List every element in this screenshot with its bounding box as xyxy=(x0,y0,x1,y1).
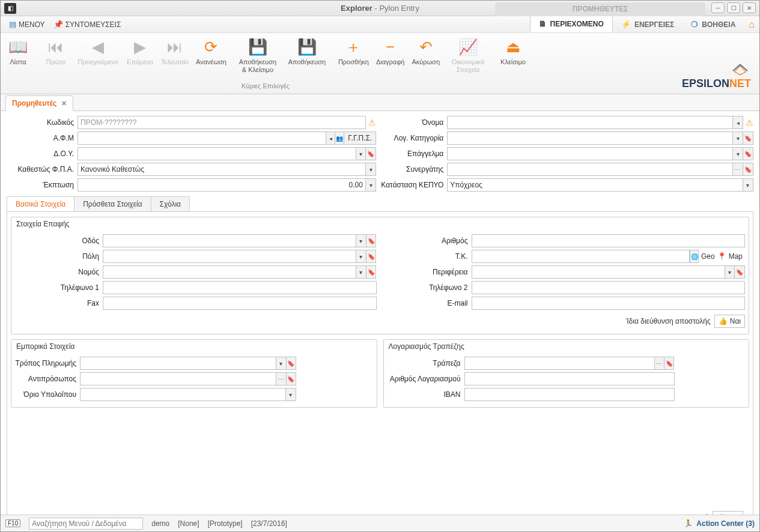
same-address-toggle[interactable]: 👍Ναι xyxy=(714,315,745,328)
limit-input[interactable] xyxy=(80,388,286,401)
brand-logo: EPSILONNET xyxy=(682,33,759,94)
tag-icon[interactable]: 🔖 xyxy=(287,372,296,385)
code-input[interactable] xyxy=(78,116,366,129)
plus-icon: ＋ xyxy=(345,38,361,57)
name-arrow-icon[interactable]: ◂ xyxy=(733,116,743,129)
more-icon[interactable]: ⋯ xyxy=(276,372,286,385)
help-icon: ❍ xyxy=(691,20,698,29)
ggps-button[interactable]: Γ.Γ.Π.Σ. xyxy=(344,131,376,145)
logcat-input[interactable] xyxy=(447,131,733,145)
dropdown-icon[interactable]: ▾ xyxy=(276,357,286,370)
tag-icon[interactable]: 🔖 xyxy=(735,265,745,279)
number-input[interactable] xyxy=(472,234,746,247)
chart-icon: 📈 xyxy=(458,38,478,57)
action-center[interactable]: 🏃 Action Center (3) xyxy=(684,519,755,528)
dropdown-icon[interactable]: ▾ xyxy=(725,265,735,279)
status-none: [None] xyxy=(178,519,199,528)
label-code: Κωδικός xyxy=(7,118,78,127)
doy-input[interactable] xyxy=(78,147,356,160)
bank-input[interactable] xyxy=(464,357,655,370)
dropdown-icon[interactable]: ▾ xyxy=(286,388,296,401)
name-input[interactable] xyxy=(447,116,733,129)
home-icon[interactable]: ⌂ xyxy=(749,19,755,30)
close-window-button[interactable]: ✕ xyxy=(743,2,756,13)
partner-input[interactable] xyxy=(447,163,733,176)
tag-icon[interactable]: 🔖 xyxy=(664,357,674,370)
menu-button[interactable]: ▤ ΜΕΝΟΥ xyxy=(9,20,45,29)
shortcuts-button[interactable]: 📌 ΣΥΝΤΟΜΕΥΣΕΙΣ xyxy=(53,20,121,29)
eject-icon: ⏏ xyxy=(506,38,521,57)
ribbon-list[interactable]: 📖Λίστα xyxy=(1,35,35,66)
globe-icon[interactable]: 🌐 xyxy=(690,250,699,263)
tag-icon[interactable]: 🔖 xyxy=(743,131,753,145)
save-icon: 💾 xyxy=(297,38,317,57)
phone2-input[interactable] xyxy=(472,281,746,294)
app-window: ◧ Explorer - Pylon Entry ΠΡΟΜΗΘΕΥΤΕΣ ─ ☐… xyxy=(0,0,760,532)
minimize-button[interactable]: ─ xyxy=(711,2,725,13)
tag-icon[interactable]: 🔖 xyxy=(287,357,296,370)
label-discount: Έκπτωση xyxy=(7,181,78,189)
tab-basic[interactable]: Βασικά Στοιχεία xyxy=(7,196,74,211)
dropdown-icon[interactable]: ▾ xyxy=(366,178,376,192)
rep-input[interactable] xyxy=(80,372,276,385)
dropdown-icon[interactable]: ▾ xyxy=(356,147,366,160)
map-link[interactable]: Map xyxy=(726,252,745,261)
tab-comments[interactable]: Σχόλια xyxy=(151,196,190,211)
afm-input[interactable] xyxy=(78,131,326,145)
tag-icon[interactable]: 🔖 xyxy=(743,163,753,176)
discount-input[interactable] xyxy=(78,178,366,192)
county-input[interactable] xyxy=(103,265,356,279)
dropdown-icon[interactable]: ▾ xyxy=(733,131,743,145)
ribbon-refresh[interactable]: ⟳Ανανέωση xyxy=(192,35,230,66)
kepyo-input[interactable] xyxy=(447,178,743,192)
thumb-up-icon: 👍 xyxy=(719,317,728,325)
tab-help[interactable]: ❍ΒΟΗΘΕΙΑ xyxy=(682,16,744,32)
ribbon-save[interactable]: 💾Αποθήκευση xyxy=(282,35,332,66)
dropdown-icon[interactable]: ▾ xyxy=(356,250,366,263)
tag-icon[interactable]: 🔖 xyxy=(366,250,377,263)
street-input[interactable] xyxy=(103,234,356,247)
iban-input[interactable] xyxy=(464,388,675,401)
doc-tab-suppliers[interactable]: Προμηθευτές ✕ xyxy=(5,95,73,111)
tag-icon[interactable]: 🔖 xyxy=(366,147,376,160)
region-input[interactable] xyxy=(472,265,725,279)
ribbon-delete[interactable]: −Διαγραφή xyxy=(372,35,409,66)
geo-link[interactable]: Geo xyxy=(699,252,717,261)
vat-input[interactable] xyxy=(78,163,366,176)
fax-input[interactable] xyxy=(103,297,377,310)
label-job: Επάγγελμα xyxy=(376,150,447,158)
dropdown-icon[interactable]: ▾ xyxy=(366,163,376,176)
phone1-input[interactable] xyxy=(103,281,377,294)
zip-input[interactable] xyxy=(472,250,690,263)
tab-content[interactable]: 🗎ΠΕΡΙΕΧΟΜΕΝΟ xyxy=(530,15,613,32)
dropdown-icon[interactable]: ▾ xyxy=(356,265,366,279)
tag-icon[interactable]: 🔖 xyxy=(366,265,377,279)
background-tab[interactable]: ΠΡΟΜΗΘΕΥΤΕΣ xyxy=(495,2,705,16)
email-input[interactable] xyxy=(472,297,746,310)
tag-icon[interactable]: 🔖 xyxy=(743,147,753,160)
ribbon-close[interactable]: ⏏Κλείσιμο xyxy=(496,35,530,66)
payment-input[interactable] xyxy=(80,357,276,370)
ribbon-add[interactable]: ＋Προσθήκη xyxy=(335,35,372,66)
search-input[interactable] xyxy=(29,518,143,530)
dropdown-icon[interactable]: ▾ xyxy=(743,178,753,192)
maximize-button[interactable]: ☐ xyxy=(727,2,740,13)
tag-icon[interactable]: 🔖 xyxy=(366,234,377,247)
city-input[interactable] xyxy=(103,250,356,263)
afm-arrow-icon[interactable]: ◂ xyxy=(326,131,335,145)
minus-icon: − xyxy=(386,38,395,57)
ribbon-last: ⏭Τελευταίο xyxy=(157,35,192,66)
status-user: demo xyxy=(151,519,169,528)
ribbon-save-close[interactable]: 💾Αποθήκευση & Κλείσιμο xyxy=(233,35,282,74)
ribbon-cancel[interactable]: ↶Ακύρωση xyxy=(408,35,443,66)
tab-actions[interactable]: ⚡ΕΝΕΡΓΕΙΕΣ xyxy=(613,16,682,32)
tab-extra[interactable]: Πρόσθετα Στοιχεία xyxy=(74,196,151,211)
dropdown-icon[interactable]: ▾ xyxy=(733,147,743,160)
close-tab-icon[interactable]: ✕ xyxy=(61,100,67,107)
dropdown-icon[interactable]: ▾ xyxy=(356,234,366,247)
more-icon[interactable]: ⋯ xyxy=(733,163,743,176)
contacts-icon[interactable]: 👥 xyxy=(335,131,344,145)
account-input[interactable] xyxy=(464,372,675,385)
more-icon[interactable]: ⋯ xyxy=(655,357,664,370)
job-input[interactable] xyxy=(447,147,733,160)
